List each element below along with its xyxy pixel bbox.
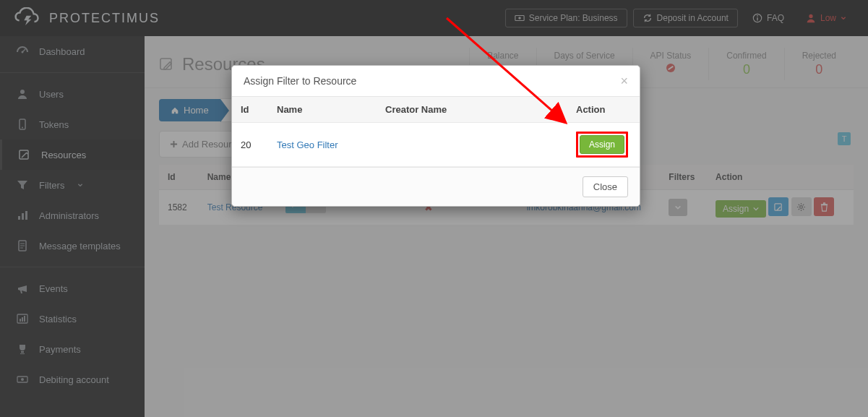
modal-col-id: Id <box>232 97 268 123</box>
modal-table: Id Name Creator Name Action 20 Test Geo … <box>232 97 640 167</box>
assign-filter-modal: Assign Filter to Resource × Id Name Crea… <box>231 65 640 207</box>
modal-overlay[interactable] <box>0 0 868 417</box>
modal-col-name: Name <box>268 97 377 123</box>
modal-cell-id: 20 <box>232 123 268 167</box>
close-button[interactable]: Close <box>583 176 628 197</box>
modal-cell-creator <box>377 123 567 167</box>
modal-col-action: Action <box>567 97 640 123</box>
assign-button[interactable]: Assign <box>580 135 624 154</box>
modal-title: Assign Filter to Resource <box>244 75 356 87</box>
filter-link[interactable]: Test Geo Filter <box>277 139 338 150</box>
modal-close-button[interactable]: × <box>620 74 628 87</box>
annotation-highlight: Assign <box>576 132 628 158</box>
modal-header-row: Id Name Creator Name Action <box>232 97 640 123</box>
modal-row: 20 Test Geo Filter Assign <box>232 123 640 167</box>
modal-footer: Close <box>232 167 640 206</box>
modal-header: Assign Filter to Resource × <box>232 66 640 97</box>
modal-col-creator: Creator Name <box>377 97 567 123</box>
